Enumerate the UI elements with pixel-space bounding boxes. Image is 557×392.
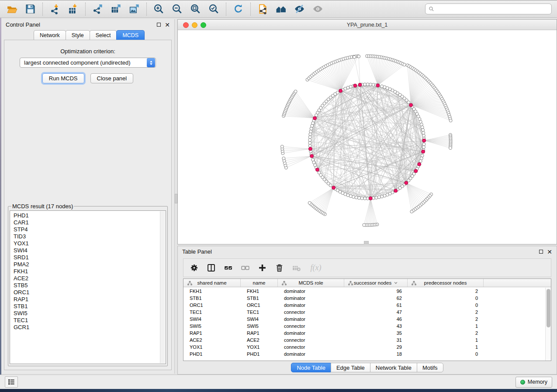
table-row[interactable]: PHD1PHD1dominator180 xyxy=(183,351,545,358)
tab-edge-table[interactable]: Edge Table xyxy=(331,363,370,372)
table-row[interactable]: TEC1TEC1connector472 xyxy=(183,309,545,316)
zoom-selected-icon[interactable] xyxy=(208,3,220,15)
table-cell[interactable]: 0 xyxy=(408,302,484,309)
table-cell[interactable]: 43 xyxy=(344,323,408,330)
table-cell[interactable]: connector xyxy=(278,309,344,316)
table-row[interactable]: ORC1ORC1dominator610 xyxy=(183,302,545,309)
zoom-in-icon[interactable] xyxy=(153,3,165,15)
table-cell[interactable]: dominator xyxy=(278,295,344,302)
table-cell[interactable]: FKH1 xyxy=(241,288,278,295)
run-mcds-button[interactable]: Run MCDS xyxy=(42,73,84,83)
mcds-result-item[interactable]: TID3 xyxy=(14,233,162,240)
table-cell[interactable]: 1 xyxy=(408,337,484,344)
gear-icon[interactable] xyxy=(189,263,199,273)
export-image-icon[interactable] xyxy=(128,3,140,15)
table-cell[interactable]: 1 xyxy=(408,344,484,351)
table-cell[interactable]: TEC1 xyxy=(183,309,241,316)
table-row[interactable]: SWI5SWI5connector431 xyxy=(183,323,545,330)
export-table-icon[interactable] xyxy=(110,3,122,15)
tab-network-table[interactable]: Network Table xyxy=(370,363,417,372)
table-cell[interactable]: SWI4 xyxy=(183,316,241,323)
table-cell[interactable]: YOX1 xyxy=(183,344,241,351)
mcds-result-item[interactable]: ACE2 xyxy=(14,275,162,282)
table-row[interactable]: SWI4SWI4dominator462 xyxy=(183,316,545,323)
table-cell[interactable]: 61 xyxy=(344,302,408,309)
table-scrollbar[interactable] xyxy=(545,288,551,361)
table-row[interactable]: RAP1RAP1dominator352 xyxy=(183,330,545,337)
tab-network[interactable]: Network xyxy=(34,30,66,40)
column-header-MCDS-role[interactable]: MCDS role xyxy=(278,279,344,287)
column-pane-icon[interactable] xyxy=(206,263,216,273)
control-panel-close-icon[interactable]: ✕ xyxy=(165,23,170,27)
mcds-result-item[interactable]: YOX1 xyxy=(14,240,162,247)
table-cell[interactable]: dominator xyxy=(278,316,344,323)
table-cell[interactable]: 1 xyxy=(408,323,484,330)
table-cell[interactable]: 2 xyxy=(408,316,484,323)
table-cell[interactable]: ACE2 xyxy=(183,337,241,344)
search-box[interactable] xyxy=(425,3,552,14)
table-cell[interactable]: 2 xyxy=(408,288,484,295)
table-cell[interactable]: ACE2 xyxy=(241,337,278,344)
mcds-result-item[interactable]: SWI5 xyxy=(14,310,162,317)
table-cell[interactable]: 31 xyxy=(344,337,408,344)
table-row[interactable]: FKH1FKH1dominator962 xyxy=(183,288,545,295)
table-cell[interactable]: 62 xyxy=(344,295,408,302)
table-cell[interactable]: dominator xyxy=(278,302,344,309)
zoom-out-icon[interactable] xyxy=(171,3,183,15)
deselect-all-icon[interactable] xyxy=(240,263,250,273)
table-cell[interactable]: 2 xyxy=(408,309,484,316)
tab-mcds[interactable]: MCDS xyxy=(116,30,145,40)
zoom-fit-icon[interactable] xyxy=(190,3,201,15)
table-panel-close-icon[interactable]: ✕ xyxy=(547,250,552,254)
mcds-result-item[interactable]: PMA2 xyxy=(14,261,162,268)
table-cell[interactable]: SWI4 xyxy=(241,316,278,323)
table-cell[interactable]: PHD1 xyxy=(183,351,241,358)
import-network-icon[interactable] xyxy=(49,3,61,15)
table-row[interactable]: ACE2ACE2connector311 xyxy=(183,337,545,344)
table-cell[interactable]: 0 xyxy=(408,295,484,302)
table-cell[interactable]: connector xyxy=(278,337,344,344)
mcds-result-item[interactable]: GCR1 xyxy=(14,324,162,331)
export-network-icon[interactable] xyxy=(92,3,104,15)
mcds-result-item[interactable]: STB1 xyxy=(14,303,162,310)
mcds-result-item[interactable]: CAR1 xyxy=(14,219,162,226)
mcds-result-item[interactable]: STP4 xyxy=(14,226,162,233)
eye-slash-icon[interactable] xyxy=(294,3,305,15)
table-cell[interactable]: 0 xyxy=(408,351,484,358)
table-row[interactable]: YOX1YOX1connector291 xyxy=(183,344,545,351)
mcds-result-item[interactable]: RAP1 xyxy=(14,296,162,303)
table-cell[interactable]: ORC1 xyxy=(241,302,278,309)
add-icon[interactable] xyxy=(257,263,267,273)
table-cell[interactable]: 35 xyxy=(344,330,408,337)
table-cell[interactable]: SWI5 xyxy=(241,323,278,330)
mcds-close-panel-button[interactable]: Close panel xyxy=(90,73,134,83)
table-cell[interactable]: connector xyxy=(278,323,344,330)
mcds-result-item[interactable]: SWI4 xyxy=(14,247,162,254)
table-cell[interactable]: STB1 xyxy=(241,295,278,302)
memory-button[interactable]: Memory xyxy=(515,377,552,388)
table-cell[interactable]: RAP1 xyxy=(241,330,278,337)
table-cell[interactable]: 46 xyxy=(344,316,408,323)
trash-icon[interactable] xyxy=(274,263,284,273)
table-cell[interactable]: connector xyxy=(278,344,344,351)
mcds-result-item[interactable]: STB5 xyxy=(14,282,162,289)
table-cell[interactable]: STB1 xyxy=(183,295,241,302)
search-input[interactable] xyxy=(434,5,548,14)
window-close-button[interactable] xyxy=(183,22,189,28)
panel-list-button[interactable] xyxy=(5,376,18,388)
table-row[interactable]: STB1STB1dominator620 xyxy=(183,295,545,302)
table-cell[interactable]: FKH1 xyxy=(183,288,241,295)
import-table-icon[interactable] xyxy=(67,3,79,15)
open-folder-icon[interactable] xyxy=(6,3,18,15)
table-cell[interactable]: SWI5 xyxy=(183,323,241,330)
column-header-shared-name[interactable]: shared name xyxy=(183,279,241,287)
table-cell[interactable]: 47 xyxy=(344,309,408,316)
criterion-select[interactable]: largest connected component (undirected) xyxy=(20,58,156,68)
tab-motifs[interactable]: Motifs xyxy=(417,363,443,372)
home-icon[interactable] xyxy=(275,3,287,15)
select-all-icon[interactable] xyxy=(223,263,233,273)
table-cell[interactable]: dominator xyxy=(278,288,344,295)
mcds-result-item[interactable]: SRD1 xyxy=(14,254,162,261)
table-cell[interactable]: YOX1 xyxy=(241,344,278,351)
column-header-name[interactable]: name xyxy=(241,279,278,287)
